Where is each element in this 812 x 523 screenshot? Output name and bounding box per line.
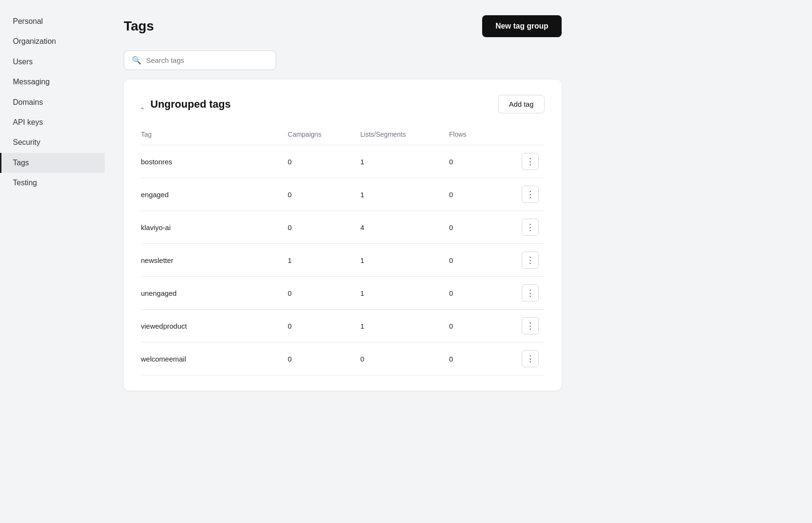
flows-cell: 0 bbox=[443, 277, 515, 310]
lists-segments-cell: 1 bbox=[355, 178, 443, 211]
col-header-action bbox=[516, 127, 545, 145]
new-tag-group-button[interactable]: New tag group bbox=[482, 15, 562, 37]
tag-group-title: Ungrouped tags bbox=[150, 98, 231, 111]
sidebar-item-personal[interactable]: Personal bbox=[0, 11, 105, 31]
tag-group-title-row: ‸ Ungrouped tags bbox=[141, 98, 231, 111]
add-tag-button[interactable]: Add tag bbox=[498, 95, 545, 113]
tag-cell: newsletter bbox=[141, 244, 282, 277]
tag-group-card: ‸ Ungrouped tags Add tag Tag Campaigns L… bbox=[124, 80, 562, 391]
table-row: engaged010⋮ bbox=[141, 178, 545, 211]
tag-cell: viewedproduct bbox=[141, 310, 282, 342]
row-menu-button[interactable]: ⋮ bbox=[522, 251, 539, 269]
sidebar-item-users[interactable]: Users bbox=[0, 52, 105, 72]
campaigns-cell: 0 bbox=[282, 277, 355, 310]
campaigns-cell: 0 bbox=[282, 342, 355, 375]
flows-cell: 0 bbox=[443, 211, 515, 244]
tags-table-body: bostonres010⋮engaged010⋮klaviyo-ai040⋮ne… bbox=[141, 145, 545, 375]
search-icon: 🔍 bbox=[132, 56, 141, 65]
sidebar-item-testing[interactable]: Testing bbox=[0, 173, 105, 193]
table-row: welcomeemail000⋮ bbox=[141, 342, 545, 375]
flows-cell: 0 bbox=[443, 244, 515, 277]
table-row: unengaged010⋮ bbox=[141, 277, 545, 310]
lists-segments-cell: 0 bbox=[355, 342, 443, 375]
action-cell: ⋮ bbox=[516, 342, 545, 375]
lists-segments-cell: 1 bbox=[355, 145, 443, 178]
tag-cell: engaged bbox=[141, 178, 282, 211]
row-menu-button[interactable]: ⋮ bbox=[522, 284, 539, 302]
action-cell: ⋮ bbox=[516, 145, 545, 178]
tag-cell: unengaged bbox=[141, 277, 282, 310]
campaigns-cell: 0 bbox=[282, 178, 355, 211]
tags-table: Tag Campaigns Lists/Segments Flows bosto… bbox=[141, 127, 545, 375]
flows-cell: 0 bbox=[443, 342, 515, 375]
row-menu-button[interactable]: ⋮ bbox=[522, 153, 539, 170]
sidebar-item-domains[interactable]: Domains bbox=[0, 92, 105, 112]
campaigns-cell: 0 bbox=[282, 145, 355, 178]
tag-cell: welcomeemail bbox=[141, 342, 282, 375]
search-input[interactable] bbox=[146, 56, 268, 64]
sidebar-item-security[interactable]: Security bbox=[0, 132, 105, 152]
tag-group-header: ‸ Ungrouped tags Add tag bbox=[141, 95, 545, 113]
sidebar: PersonalOrganizationUsersMessagingDomain… bbox=[0, 0, 105, 523]
col-header-lists-segments: Lists/Segments bbox=[355, 127, 443, 145]
flows-cell: 0 bbox=[443, 178, 515, 211]
lists-segments-cell: 1 bbox=[355, 310, 443, 342]
row-menu-button[interactable]: ⋮ bbox=[522, 186, 539, 203]
campaigns-cell: 1 bbox=[282, 244, 355, 277]
tag-cell: klaviyo-ai bbox=[141, 211, 282, 244]
sidebar-item-messaging[interactable]: Messaging bbox=[0, 72, 105, 92]
sidebar-item-api-keys[interactable]: API keys bbox=[0, 112, 105, 132]
row-menu-button[interactable]: ⋮ bbox=[522, 219, 539, 236]
lists-segments-cell: 1 bbox=[355, 244, 443, 277]
table-row: viewedproduct010⋮ bbox=[141, 310, 545, 342]
row-menu-button[interactable]: ⋮ bbox=[522, 350, 539, 367]
campaigns-cell: 0 bbox=[282, 211, 355, 244]
col-header-flows: Flows bbox=[443, 127, 515, 145]
collapse-chevron-icon[interactable]: ‸ bbox=[141, 99, 144, 110]
lists-segments-cell: 4 bbox=[355, 211, 443, 244]
sidebar-item-organization[interactable]: Organization bbox=[0, 31, 105, 51]
flows-cell: 0 bbox=[443, 310, 515, 342]
action-cell: ⋮ bbox=[516, 310, 545, 342]
flows-cell: 0 bbox=[443, 145, 515, 178]
search-box: 🔍 bbox=[124, 50, 276, 70]
action-cell: ⋮ bbox=[516, 244, 545, 277]
row-menu-button[interactable]: ⋮ bbox=[522, 317, 539, 334]
action-cell: ⋮ bbox=[516, 211, 545, 244]
page-title: Tags bbox=[124, 19, 154, 34]
page-header: Tags New tag group bbox=[124, 15, 562, 37]
table-row: bostonres010⋮ bbox=[141, 145, 545, 178]
table-row: newsletter110⋮ bbox=[141, 244, 545, 277]
main-content: Tags New tag group 🔍 ‸ Ungrouped tags Ad… bbox=[105, 0, 581, 523]
action-cell: ⋮ bbox=[516, 277, 545, 310]
table-row: klaviyo-ai040⋮ bbox=[141, 211, 545, 244]
col-header-campaigns: Campaigns bbox=[282, 127, 355, 145]
col-header-tag: Tag bbox=[141, 127, 282, 145]
sidebar-item-tags[interactable]: Tags bbox=[0, 153, 105, 173]
search-container: 🔍 bbox=[124, 50, 562, 70]
lists-segments-cell: 1 bbox=[355, 277, 443, 310]
campaigns-cell: 0 bbox=[282, 310, 355, 342]
table-header-row: Tag Campaigns Lists/Segments Flows bbox=[141, 127, 545, 145]
action-cell: ⋮ bbox=[516, 178, 545, 211]
tag-cell: bostonres bbox=[141, 145, 282, 178]
